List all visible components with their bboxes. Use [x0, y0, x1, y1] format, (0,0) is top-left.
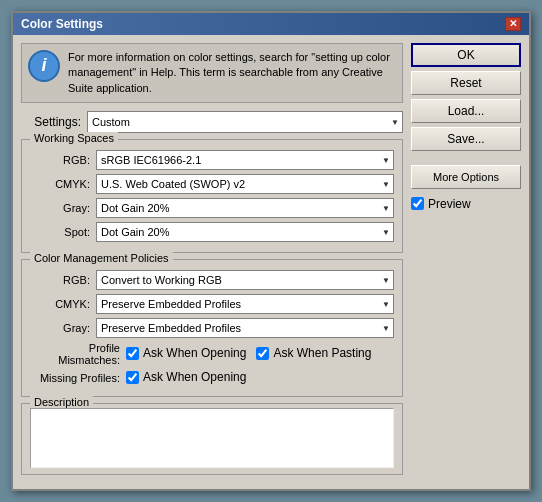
- profile-mismatches-checks: Ask When Opening Ask When Pasting: [126, 346, 371, 362]
- profile-mismatches-row: Profile Mismatches: Ask When Opening Ask…: [30, 342, 394, 366]
- cm-gray-label: Gray:: [30, 322, 90, 334]
- cm-cmyk-label: CMYK:: [30, 298, 90, 310]
- gray-label: Gray:: [30, 202, 90, 214]
- description-title: Description: [30, 396, 93, 408]
- rgb-select[interactable]: sRGB IEC61966-2.1: [96, 150, 394, 170]
- cm-rgb-label: RGB:: [30, 274, 90, 286]
- rgb-label: RGB:: [30, 154, 90, 166]
- gray-row: Gray: Dot Gain 20%: [30, 198, 394, 218]
- settings-select-wrapper: Custom: [87, 111, 403, 133]
- ask-pasting-text: Ask When Pasting: [273, 346, 371, 360]
- spot-row: Spot: Dot Gain 20%: [30, 222, 394, 242]
- left-panel: i For more information on color settings…: [21, 43, 403, 481]
- missing-profiles-row: Missing Profiles: Ask When Opening: [30, 370, 394, 386]
- working-spaces-content: RGB: sRGB IEC61966-2.1 CMYK: U.S. Web Co…: [30, 150, 394, 242]
- cmyk-label: CMYK:: [30, 178, 90, 190]
- spot-label: Spot:: [30, 226, 90, 238]
- rgb-select-wrapper: sRGB IEC61966-2.1: [96, 150, 394, 170]
- ask-opening-missing-label[interactable]: Ask When Opening: [126, 370, 246, 384]
- save-button[interactable]: Save...: [411, 127, 521, 151]
- dialog-title: Color Settings: [21, 17, 103, 31]
- rgb-row: RGB: sRGB IEC61966-2.1: [30, 150, 394, 170]
- gray-select-wrapper: Dot Gain 20%: [96, 198, 394, 218]
- cm-rgb-select[interactable]: Convert to Working RGB Preserve Embedded…: [96, 270, 394, 290]
- color-management-title: Color Management Policies: [30, 252, 173, 264]
- preview-checkbox[interactable]: [411, 197, 424, 210]
- working-spaces-title: Working Spaces: [30, 132, 118, 144]
- cm-gray-select-wrapper: Preserve Embedded Profiles Convert to Wo…: [96, 318, 394, 338]
- cmyk-row: CMYK: U.S. Web Coated (SWOP) v2: [30, 174, 394, 194]
- ask-opening-missing-checkbox[interactable]: [126, 371, 139, 384]
- right-panel: OK Reset Load... Save... More Options Pr…: [411, 43, 521, 481]
- close-button[interactable]: ✕: [505, 17, 521, 31]
- profile-mismatches-label: Profile Mismatches:: [30, 342, 120, 366]
- cmyk-select-wrapper: U.S. Web Coated (SWOP) v2: [96, 174, 394, 194]
- reset-button[interactable]: Reset: [411, 71, 521, 95]
- color-management-content: RGB: Convert to Working RGB Preserve Emb…: [30, 270, 394, 386]
- ask-opening-missing-text: Ask When Opening: [143, 370, 246, 384]
- cm-cmyk-row: CMYK: Preserve Embedded Profiles Convert…: [30, 294, 394, 314]
- load-button[interactable]: Load...: [411, 99, 521, 123]
- description-content: [30, 408, 394, 468]
- cmyk-select[interactable]: U.S. Web Coated (SWOP) v2: [96, 174, 394, 194]
- info-icon: i: [28, 50, 60, 82]
- description-group: Description: [21, 403, 403, 475]
- ask-pasting-label[interactable]: Ask When Pasting: [256, 346, 371, 360]
- spot-select[interactable]: Dot Gain 20%: [96, 222, 394, 242]
- preview-label: Preview: [428, 197, 471, 211]
- info-text: For more information on color settings, …: [68, 50, 396, 96]
- cm-gray-row: Gray: Preserve Embedded Profiles Convert…: [30, 318, 394, 338]
- missing-profiles-label: Missing Profiles:: [30, 372, 120, 384]
- cm-gray-select[interactable]: Preserve Embedded Profiles Convert to Wo…: [96, 318, 394, 338]
- ask-opening-mismatch-label[interactable]: Ask When Opening: [126, 346, 246, 360]
- settings-row: Settings: Custom: [21, 111, 403, 133]
- more-options-button[interactable]: More Options: [411, 165, 521, 189]
- missing-profiles-checks: Ask When Opening: [126, 370, 246, 386]
- ok-button[interactable]: OK: [411, 43, 521, 67]
- title-bar: Color Settings ✕: [13, 13, 529, 35]
- settings-label: Settings:: [21, 115, 81, 129]
- color-management-group: Color Management Policies RGB: Convert t…: [21, 259, 403, 397]
- cm-cmyk-select-wrapper: Preserve Embedded Profiles Convert to Wo…: [96, 294, 394, 314]
- cm-cmyk-select[interactable]: Preserve Embedded Profiles Convert to Wo…: [96, 294, 394, 314]
- preview-row: Preview: [411, 197, 521, 211]
- ask-pasting-checkbox[interactable]: [256, 347, 269, 360]
- cm-rgb-row: RGB: Convert to Working RGB Preserve Emb…: [30, 270, 394, 290]
- ask-opening-mismatch-text: Ask When Opening: [143, 346, 246, 360]
- dialog-body: i For more information on color settings…: [13, 35, 529, 489]
- ask-opening-mismatch-checkbox[interactable]: [126, 347, 139, 360]
- settings-select[interactable]: Custom: [87, 111, 403, 133]
- spot-select-wrapper: Dot Gain 20%: [96, 222, 394, 242]
- working-spaces-group: Working Spaces RGB: sRGB IEC61966-2.1 CM…: [21, 139, 403, 253]
- color-settings-dialog: Color Settings ✕ i For more information …: [11, 11, 531, 491]
- cm-rgb-select-wrapper: Convert to Working RGB Preserve Embedded…: [96, 270, 394, 290]
- info-row: i For more information on color settings…: [21, 43, 403, 103]
- gray-select[interactable]: Dot Gain 20%: [96, 198, 394, 218]
